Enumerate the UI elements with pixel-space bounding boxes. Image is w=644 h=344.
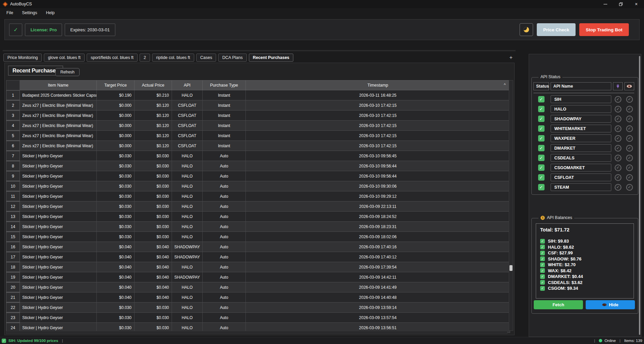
menu-item-help[interactable]: Help xyxy=(41,9,59,17)
api-enabled-checkbox[interactable]: ✓ xyxy=(538,174,545,181)
table-row[interactable]: 8Sticker | Hydro Geyser$0.030$0.030HALOA… xyxy=(6,161,510,171)
api-enabled-checkbox[interactable]: ✓ xyxy=(538,116,545,122)
api-connect-toggle[interactable]: ✓ xyxy=(615,155,621,161)
api-name-field[interactable]: HALO xyxy=(551,105,611,113)
api-visibility-toggle[interactable]: ✓ xyxy=(626,125,633,132)
table-row[interactable]: 15Sticker | Hydro Geyser$0.030$0.030HALO… xyxy=(6,232,510,242)
fetch-button[interactable]: Fetch xyxy=(534,300,583,309)
api-visibility-toggle[interactable]: ✓ xyxy=(626,155,633,161)
table-row[interactable]: 21Sticker | Hydro Geyser$0.040$0.040HALO… xyxy=(6,292,510,303)
api-enabled-checkbox[interactable]: ✓ xyxy=(538,155,545,161)
add-tab-button[interactable]: + xyxy=(509,55,515,61)
api-connect-toggle[interactable]: ✓ xyxy=(615,164,621,171)
price-check-button[interactable]: Price Check xyxy=(537,23,576,36)
table-row[interactable]: 2Zeus x27 | Electric Blue (Minimal Wear)… xyxy=(6,100,510,111)
balance-item: ✓HALO: $8.62 xyxy=(540,244,630,250)
tab-riptide-col-blues-ft[interactable]: riptide col. blues ft xyxy=(152,54,194,62)
api-connect-toggle[interactable]: ✓ xyxy=(615,184,621,191)
api-visibility-toggle[interactable]: ✓ xyxy=(626,106,633,113)
menu-item-settings[interactable]: Settings xyxy=(18,9,41,17)
api-name-field[interactable]: SHADOWPAY xyxy=(551,115,611,123)
license-toolbar: ✓ License: Pro Expires: 2030-03-01 Price… xyxy=(4,19,640,40)
api-connect-toggle[interactable]: ✓ xyxy=(615,145,621,152)
api-connect-toggle[interactable]: ✓ xyxy=(615,135,621,142)
table-row[interactable]: 14Sticker | Hydro Geyser$0.030$0.030HALO… xyxy=(6,222,510,232)
tab-sport-fields-col-blues-ft[interactable]: sport/fields col. blues ft xyxy=(87,54,138,62)
table-row[interactable]: 3Zeus x27 | Electric Blue (Minimal Wear)… xyxy=(6,111,510,121)
api-enabled-checkbox[interactable]: ✓ xyxy=(538,135,545,142)
api-name-field[interactable]: WAXPEER xyxy=(551,134,611,142)
api-connect-toggle[interactable]: ✓ xyxy=(615,174,621,181)
minimize-button[interactable] xyxy=(597,0,613,8)
api-connect-toggle[interactable]: ✓ xyxy=(615,96,621,103)
api-visibility-toggle[interactable]: ✓ xyxy=(626,135,633,142)
api-enabled-checkbox[interactable]: ✓ xyxy=(538,125,545,132)
column-header-target-price[interactable]: Target Price xyxy=(97,80,135,90)
api-enabled-checkbox[interactable]: ✓ xyxy=(538,96,545,102)
column-header-purchase-type[interactable]: Purchase Type xyxy=(203,80,246,90)
api-connect-toggle[interactable]: ✓ xyxy=(615,106,621,113)
tab-glove-col-blues-ft[interactable]: glove col. blues ft xyxy=(44,54,85,62)
purchases-table: Item NameTarget PriceActual PriceAPIPurc… xyxy=(6,80,510,334)
column-header-timestamp[interactable]: Timestamp^ xyxy=(246,80,510,90)
api-connect-toggle[interactable]: ✓ xyxy=(615,125,621,132)
cell-timestamp: 2026-03-09 17:40:12 xyxy=(246,252,510,262)
stop-trading-bot-button[interactable]: Stop Trading Bot xyxy=(579,23,629,36)
column-header-rownum[interactable] xyxy=(6,80,20,90)
column-header-item-name[interactable]: Item Name xyxy=(20,80,97,90)
api-enabled-checkbox[interactable]: ✓ xyxy=(538,184,545,190)
theme-toggle-button[interactable] xyxy=(520,23,533,36)
table-row[interactable]: 6Zeus x27 | Electric Blue (Minimal Wear)… xyxy=(6,141,510,151)
api-visibility-toggle[interactable]: ✓ xyxy=(626,184,633,191)
table-row[interactable]: 13Sticker | Hydro Geyser$0.030$0.030HALO… xyxy=(6,212,510,222)
api-visibility-toggle[interactable]: ✓ xyxy=(626,96,633,103)
table-row[interactable]: 5Zeus x27 | Electric Blue (Minimal Wear)… xyxy=(6,131,510,141)
api-enabled-checkbox[interactable]: ✓ xyxy=(538,164,545,171)
api-visibility-toggle[interactable]: ✓ xyxy=(626,145,633,152)
table-row[interactable]: 17Sticker | Hydro Geyser$0.040$0.040SHAD… xyxy=(6,252,510,262)
table-row[interactable]: 7Sticker | Hydro Geyser$0.030$0.030HALOA… xyxy=(6,151,510,161)
sidebar-scrollbar[interactable] xyxy=(639,56,640,335)
api-enabled-checkbox[interactable]: ✓ xyxy=(538,145,545,151)
api-visibility-toggle[interactable]: ✓ xyxy=(626,174,633,181)
table-row[interactable]: 1Budapest 2025 Contenders Sticker Capsul… xyxy=(6,90,510,100)
table-row[interactable]: 22Sticker | Hydro Geyser$0.030$0.030HALO… xyxy=(6,303,510,313)
api-enabled-checkbox[interactable]: ✓ xyxy=(538,106,545,112)
api-visibility-toggle[interactable]: ✓ xyxy=(626,164,633,171)
tab-cases[interactable]: Cases xyxy=(196,54,216,62)
menu-item-file[interactable]: File xyxy=(2,9,18,17)
tab-price-monitoring[interactable]: Price Monitoring xyxy=(3,54,42,62)
api-visibility-toggle[interactable]: ✓ xyxy=(626,116,633,122)
hide-button[interactable]: Hide xyxy=(586,300,635,309)
scrollbar-thumb[interactable] xyxy=(509,265,513,271)
status-separator: | xyxy=(62,339,63,343)
api-name-field[interactable]: CSDEALS xyxy=(551,154,611,162)
table-row[interactable]: 18Sticker | Hydro Geyser$0.040$0.040HALO… xyxy=(6,262,510,272)
table-row[interactable]: 11Sticker | Hydro Geyser$0.030$0.030HALO… xyxy=(6,191,510,201)
table-row[interactable]: 19Sticker | Hydro Geyser$0.040$0.040SHAD… xyxy=(6,272,510,282)
api-name-field[interactable]: WHITEMARKET xyxy=(551,125,611,132)
api-name-field[interactable]: CSFLOAT xyxy=(551,174,611,181)
table-row[interactable]: 9Sticker | Hydro Geyser$0.030$0.030HALOA… xyxy=(6,171,510,181)
column-header-api[interactable]: API xyxy=(172,80,203,90)
table-row[interactable]: 10Sticker | Hydro Geyser$0.030$0.030HALO… xyxy=(6,181,510,191)
table-row[interactable]: 12Sticker | Hydro Geyser$0.030$0.030HALO… xyxy=(6,201,510,212)
table-horizontal-scrollbar[interactable] xyxy=(6,331,507,334)
table-row[interactable]: 16Sticker | Hydro Geyser$0.040$0.040SHAD… xyxy=(6,242,510,252)
table-row[interactable]: 20Sticker | Hydro Geyser$0.040$0.040HALO… xyxy=(6,282,510,292)
api-name-field[interactable]: STEAM xyxy=(551,183,611,191)
close-button[interactable]: × xyxy=(628,0,644,8)
tab-recent-purchases[interactable]: Recent Purchases xyxy=(249,54,293,62)
table-row[interactable]: 23Sticker | Hydro Geyser$0.030$0.030HALO… xyxy=(6,313,510,323)
column-header-actual-price[interactable]: Actual Price xyxy=(135,80,172,90)
api-name-field[interactable]: SIH xyxy=(551,95,611,103)
refresh-button[interactable]: Refresh xyxy=(55,68,80,76)
api-name-field[interactable]: CSGOMARKET xyxy=(551,164,611,171)
api-connect-toggle[interactable]: ✓ xyxy=(615,116,621,122)
tab-2[interactable]: 2 xyxy=(140,54,150,62)
table-row[interactable]: 4Zeus x27 | Electric Blue (Minimal Wear)… xyxy=(6,121,510,131)
api-name-field[interactable]: DMARKET xyxy=(551,144,611,152)
maximize-button[interactable] xyxy=(613,0,628,8)
tab-dca-plans[interactable]: DCA Plans xyxy=(218,54,246,62)
table-vertical-scrollbar[interactable] xyxy=(509,80,513,331)
